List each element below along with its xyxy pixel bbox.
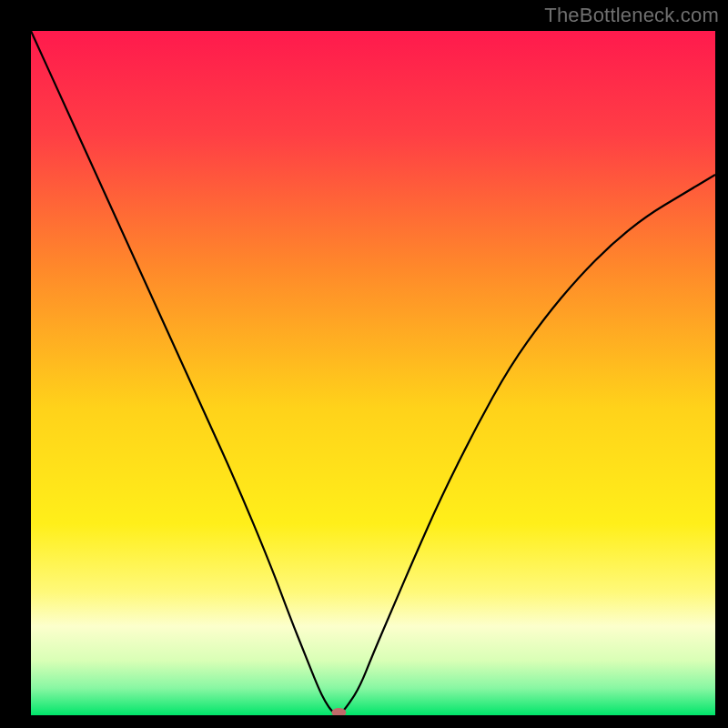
gradient-background — [31, 31, 715, 715]
bottleneck-chart — [31, 31, 715, 715]
watermark-text: TheBottleneck.com — [544, 4, 719, 27]
plot-area — [31, 31, 715, 715]
chart-frame: TheBottleneck.com — [0, 0, 728, 728]
